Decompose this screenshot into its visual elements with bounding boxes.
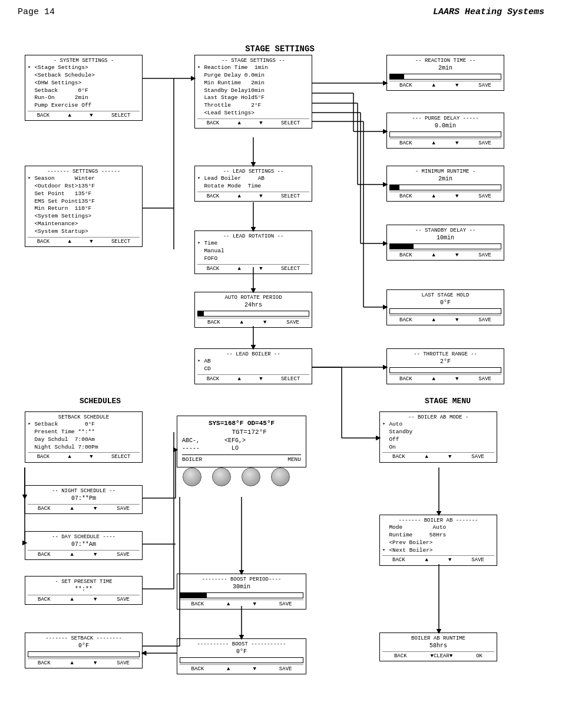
ds-down[interactable]: ▼ — [92, 551, 98, 558]
system-settings-title: - SYSTEM SETTINGS - — [28, 57, 140, 64]
bar-clear[interactable]: ▼CLEAR▼ — [429, 653, 454, 660]
sbs-line1: ‣ Setback 0°F — [28, 421, 140, 429]
sv-up[interactable]: ▲ — [70, 660, 75, 667]
spt-save[interactable]: SAVE — [115, 596, 131, 603]
ba-back[interactable]: BACK — [391, 556, 406, 564]
rt-up[interactable]: ▲ — [431, 82, 437, 89]
set-select[interactable]: SELECT — [110, 238, 131, 245]
sbs-back[interactable]: BACK — [36, 453, 51, 460]
ns-save[interactable]: SAVE — [115, 505, 131, 512]
lb-up[interactable]: ▲ — [237, 375, 242, 383]
ds-save[interactable]: SAVE — [115, 551, 131, 558]
sbs-down[interactable]: ▼ — [88, 453, 94, 460]
bv-up[interactable]: ▲ — [226, 666, 231, 673]
sts-down[interactable]: ▼ — [258, 120, 263, 127]
button-circle-1[interactable] — [183, 467, 201, 486]
ns-down[interactable]: ▼ — [92, 505, 98, 512]
bam-save[interactable]: SAVE — [470, 453, 485, 460]
ar-down[interactable]: ▼ — [262, 319, 267, 326]
lb-down[interactable]: ▼ — [258, 375, 263, 383]
ar-save[interactable]: SAVE — [285, 319, 300, 326]
sd-back[interactable]: BACK — [398, 252, 414, 259]
lsh-save[interactable]: SAVE — [477, 317, 492, 324]
main-menu-btn[interactable]: MENU — [287, 456, 301, 464]
mr-save[interactable]: SAVE — [477, 193, 492, 200]
pd-save[interactable]: SAVE — [477, 140, 492, 147]
boiler-ab-mode-box: -- BOILER AB MODE - ‣ Auto Standby Off O… — [379, 411, 497, 463]
sv-down[interactable]: ▼ — [92, 660, 98, 667]
mr-down[interactable]: ▼ — [454, 193, 459, 200]
lb-back[interactable]: BACK — [206, 375, 221, 383]
rt-save[interactable]: SAVE — [477, 82, 492, 89]
lsh-up[interactable]: ▲ — [431, 317, 437, 324]
ls-down[interactable]: ▼ — [258, 193, 263, 200]
spt-down[interactable]: ▼ — [92, 596, 98, 603]
pd-down[interactable]: ▼ — [454, 140, 459, 147]
ba-save[interactable]: SAVE — [470, 556, 485, 564]
bp-down[interactable]: ▼ — [252, 601, 257, 608]
button-circle-3[interactable] — [242, 467, 260, 486]
sts-select[interactable]: SELECT — [280, 120, 301, 127]
bp-up[interactable]: ▲ — [226, 601, 231, 608]
ls-up[interactable]: ▲ — [237, 193, 242, 200]
ss-back[interactable]: BACK — [36, 112, 51, 119]
sbs-select[interactable]: SELECT — [110, 453, 131, 460]
ns-up[interactable]: ▲ — [70, 505, 75, 512]
bam-up[interactable]: ▲ — [424, 453, 429, 460]
set-up[interactable]: ▲ — [67, 238, 72, 245]
ba-up[interactable]: ▲ — [424, 556, 429, 564]
mr-up[interactable]: ▲ — [431, 193, 437, 200]
bv-down[interactable]: ▼ — [252, 666, 257, 673]
pd-back[interactable]: BACK — [398, 140, 414, 147]
sv-back[interactable]: BACK — [37, 660, 52, 667]
sv-save[interactable]: SAVE — [115, 660, 131, 667]
lsh-down[interactable]: ▼ — [454, 317, 459, 324]
lb-select[interactable]: SELECT — [280, 375, 301, 383]
main-boiler-btn[interactable]: BOILER — [182, 456, 202, 464]
ds-up[interactable]: ▲ — [70, 551, 75, 558]
lr-up[interactable]: ▲ — [237, 265, 242, 272]
rt-back[interactable]: BACK — [398, 82, 414, 89]
ds-back[interactable]: BACK — [37, 551, 52, 558]
ls-select[interactable]: SELECT — [280, 193, 301, 200]
sd-up[interactable]: ▲ — [431, 252, 437, 259]
tr-back[interactable]: BACK — [398, 375, 414, 383]
ss-down[interactable]: ▼ — [88, 112, 94, 119]
bam-back[interactable]: BACK — [391, 453, 406, 460]
ss-up[interactable]: ▲ — [67, 112, 72, 119]
sd-save[interactable]: SAVE — [477, 252, 492, 259]
spt-up[interactable]: ▲ — [70, 596, 75, 603]
sbs-up[interactable]: ▲ — [67, 453, 72, 460]
bv-save[interactable]: SAVE — [278, 666, 293, 673]
bp-back[interactable]: BACK — [190, 601, 205, 608]
ns-back[interactable]: BACK — [37, 505, 52, 512]
tr-save[interactable]: SAVE — [477, 375, 492, 383]
rt-down[interactable]: ▼ — [454, 82, 459, 89]
lr-select[interactable]: SELECT — [280, 265, 301, 272]
lsh-back[interactable]: BACK — [398, 317, 414, 324]
ar-back[interactable]: BACK — [206, 319, 222, 326]
button-circle-4[interactable] — [271, 467, 290, 486]
tr-down[interactable]: ▼ — [454, 375, 459, 383]
tr-up[interactable]: ▲ — [431, 375, 437, 383]
bp-save[interactable]: SAVE — [278, 601, 293, 608]
bar-back[interactable]: BACK — [393, 653, 408, 660]
set-down[interactable]: ▼ — [88, 238, 94, 245]
button-circle-2[interactable] — [212, 467, 231, 486]
lr-down[interactable]: ▼ — [258, 265, 263, 272]
bam-down[interactable]: ▼ — [447, 453, 452, 460]
set-back[interactable]: BACK — [36, 238, 51, 245]
bv-back[interactable]: BACK — [190, 666, 205, 673]
ls-back[interactable]: BACK — [206, 193, 221, 200]
ar-up[interactable]: ▲ — [239, 319, 244, 326]
sts-back[interactable]: BACK — [206, 120, 221, 127]
sd-down[interactable]: ▼ — [454, 252, 459, 259]
lr-back[interactable]: BACK — [206, 265, 221, 272]
ss-select[interactable]: SELECT — [110, 112, 131, 119]
sts-up[interactable]: ▲ — [237, 120, 242, 127]
pd-up[interactable]: ▲ — [431, 140, 437, 147]
spt-back[interactable]: BACK — [37, 596, 52, 603]
bar-ok[interactable]: OK — [475, 653, 484, 660]
mr-back[interactable]: BACK — [398, 193, 414, 200]
ba-down[interactable]: ▼ — [447, 556, 452, 564]
